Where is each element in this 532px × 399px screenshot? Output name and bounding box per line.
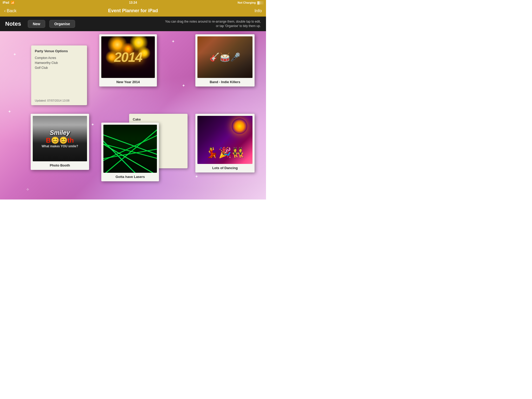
nav-title: Event Planner for iPad	[108, 8, 158, 14]
note-title-party-venue: Party Venue Options	[35, 49, 83, 53]
sparkle: ✧	[26, 187, 29, 192]
photo-booth-label: Photo Booth	[33, 161, 87, 170]
photo-card-photo-booth[interactable]: Smiley B😊😊th What makes YOU smile? Photo…	[31, 114, 89, 170]
nav-bar: ‹ Back Event Planner for iPad Info	[0, 5, 266, 17]
new-button[interactable]: New	[28, 20, 45, 28]
dancing-image	[197, 116, 252, 164]
smiley-text1: Smiley	[42, 129, 78, 136]
organise-button[interactable]: Organise	[49, 20, 75, 28]
sparkle: ✦	[8, 109, 11, 114]
back-label: Back	[7, 8, 17, 14]
photo-card-band[interactable]: Band - Indie Killers	[195, 34, 255, 87]
band-label: Band - Indie Killers	[197, 78, 252, 87]
status-time: 13:24	[129, 1, 137, 4]
sparkle: ✦	[182, 83, 185, 88]
status-left: iPad 📶	[3, 1, 15, 4]
back-button[interactable]: ‹ Back	[4, 8, 16, 14]
status-right: Not Charging ▓▒░	[238, 1, 263, 4]
battery-status-label: Not Charging	[238, 1, 256, 4]
sparkle: ✦	[195, 174, 198, 179]
note-card-party-venue[interactable]: Party Venue Options Compton AcresHamwort…	[31, 45, 87, 105]
photo-card-lasers[interactable]: Gotta have Lasers	[101, 123, 159, 181]
note-title-cake: Cake	[133, 117, 184, 121]
toolbar-title: Notes	[5, 21, 21, 27]
main-content: ✦ ✧ ✦ ✦ ✧ ✦ ✧ ✦ ✧ ✦ ✧ ✦ ✦ ✧ ✦ Party Venu…	[0, 31, 266, 200]
wifi-icon: 📶	[11, 1, 15, 4]
note-footer-party-venue: Updated: 07/07/2014 13:08	[31, 96, 87, 105]
photo-booth-image: Smiley B😊😊th What makes YOU smile?	[33, 116, 87, 161]
band-image	[197, 36, 252, 78]
new-year-label: New Year 2014	[101, 78, 155, 87]
battery-icon: ▓▒░	[257, 1, 263, 4]
smiley-inner: Smiley B😊😊th What makes YOU smile?	[42, 129, 78, 148]
status-bar: iPad 📶 13:24 Not Charging ▓▒░	[0, 0, 266, 5]
back-chevron-icon: ‹	[4, 8, 6, 14]
dancing-label: Lots of Dancing	[197, 164, 252, 172]
smiley-emoji: B😊😊th	[42, 136, 78, 144]
toolbar-hint: You can drag the notes around to re-arra…	[162, 19, 261, 28]
note-body-party-venue: Compton AcresHamworthy ClubGolf Club	[35, 56, 83, 71]
sparkle: ✦	[13, 52, 16, 57]
photo-card-new-year[interactable]: 2014 New Year 2014	[99, 34, 157, 87]
carrier-label: iPad	[3, 1, 9, 4]
lasers-label: Gotta have Lasers	[103, 173, 157, 181]
sparkle: ✦	[91, 122, 94, 127]
new-year-image: 2014	[101, 36, 155, 78]
photo-card-dancing[interactable]: Lots of Dancing	[195, 114, 255, 172]
lasers-image	[103, 125, 157, 173]
smiley-text2: What makes YOU smile?	[42, 144, 78, 148]
toolbar: Notes New Organise You can drag the note…	[0, 17, 266, 31]
sparkle: ✦	[171, 39, 175, 44]
info-button[interactable]: Info	[255, 8, 262, 14]
